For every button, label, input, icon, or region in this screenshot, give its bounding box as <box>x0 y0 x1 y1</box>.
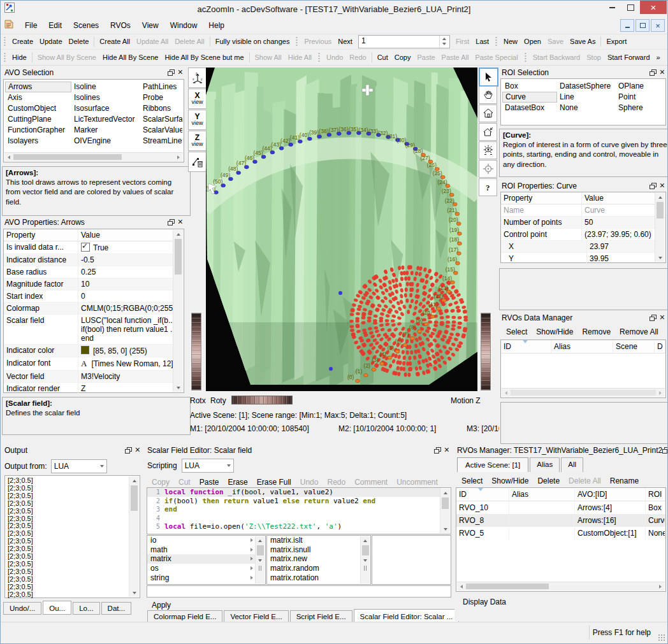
list-item-oivengine[interactable]: OIVEngine <box>71 136 140 147</box>
close-panel-icon[interactable] <box>660 69 665 76</box>
list-item-lictexturedvector[interactable]: LicTexturedVector <box>71 114 140 125</box>
splitter-handle[interactable] <box>259 564 261 572</box>
pan-tool-button[interactable] <box>479 86 497 104</box>
tab-script-field-e[interactable]: Script Field E... <box>290 610 352 623</box>
tab-undo[interactable]: Undo/... <box>3 602 41 615</box>
motion-z-label[interactable]: Motion Z <box>451 396 481 405</box>
code-line[interactable]: 3end <box>147 505 441 514</box>
list-item-scalarvalues[interactable]: ScalarValues <box>140 125 182 136</box>
expo-button[interactable]: Expo <box>663 326 667 338</box>
home-view-button[interactable] <box>479 104 497 122</box>
tab-ou[interactable]: Ou... <box>43 601 71 615</box>
show-hide-button[interactable]: Show/Hide <box>532 326 577 338</box>
library-item-matrix[interactable]: matrix <box>147 554 256 564</box>
tab-scalar-field-editor-scalar[interactable]: Scalar Field Editor: Scalar ... <box>354 609 460 623</box>
remove-button[interactable]: Remove <box>577 326 615 338</box>
set-home-view-button[interactable] <box>479 123 497 141</box>
code-line[interactable]: 2if(bool) then return value1 else return… <box>147 497 441 506</box>
y-view-button[interactable]: Y view <box>188 110 207 130</box>
roi-selection-title[interactable]: ROI Selection <box>499 66 667 78</box>
new-button[interactable]: New <box>500 36 521 47</box>
expression-input[interactable] <box>147 585 451 597</box>
viewer-help-button[interactable]: ? <box>479 178 497 196</box>
property-value[interactable]: M3!Velocity <box>78 371 174 383</box>
code-editor[interactable]: 1local function _if(bool, value1, value2… <box>147 487 451 534</box>
function-item-matrix-new[interactable]: matrix.new <box>267 554 361 564</box>
property-value[interactable]: 10 <box>78 278 174 290</box>
column-header-d[interactable]: D <box>655 340 665 353</box>
list-item-cuttingplane[interactable]: CuttingPlane <box>5 114 71 125</box>
output-vscrollbar[interactable] <box>129 476 139 597</box>
list-item-isosurface[interactable]: Isosurface <box>71 103 140 114</box>
value-column-header[interactable]: Value <box>582 192 656 204</box>
column-header-alias[interactable]: Alias <box>509 488 575 501</box>
code-line[interactable]: 1local function _if(bool, value1, value2… <box>147 488 441 497</box>
cut-button[interactable]: Cut <box>374 52 391 63</box>
float-panel-icon[interactable] <box>650 69 657 76</box>
select-button[interactable]: Select <box>457 475 487 487</box>
display-data-button[interactable]: Display Data <box>460 596 509 608</box>
list-item-isoline[interactable]: Isoline <box>71 82 140 92</box>
next-button[interactable]: Next <box>335 36 356 47</box>
property-value[interactable]: 0 <box>78 290 174 303</box>
avo-selection-hscrollbar[interactable] <box>4 152 183 161</box>
list-item-arrows[interactable]: Arrows <box>5 82 71 92</box>
view-all-button[interactable] <box>479 141 497 159</box>
menu-help[interactable]: Help <box>203 18 230 32</box>
float-panel-icon[interactable] <box>662 447 667 454</box>
list-item-line[interactable]: Line <box>557 92 616 103</box>
tab-dat[interactable]: Dat... <box>101 602 131 615</box>
show-hide-button[interactable]: Show/Hide <box>487 475 533 487</box>
close-icon[interactable] <box>640 1 667 14</box>
menu-window[interactable]: Window <box>164 18 203 32</box>
menu-edit[interactable]: Edit <box>43 18 68 32</box>
3d-viewport[interactable]: (51)(50)(49)(48)(47)(46)(45)(44)(43)(42)… <box>206 68 477 391</box>
scrollbar-thumb[interactable] <box>175 239 182 275</box>
x-view-button[interactable]: X view <box>188 89 207 109</box>
scrollbar-thumb[interactable] <box>257 545 264 555</box>
float-panel-icon[interactable] <box>434 447 441 454</box>
tab-lo[interactable]: Lo... <box>73 602 99 615</box>
minimize-icon[interactable] <box>603 1 621 14</box>
rvos-data-manager-title[interactable]: RVOs Data Manager <box>499 311 667 324</box>
table-row-rvo-5[interactable]: RVO_5CustomObject:[1]None <box>456 527 665 540</box>
avo-properties-vscrollbar[interactable] <box>173 230 183 392</box>
select-button[interactable]: Select <box>502 326 532 338</box>
property-value[interactable]: -0.5 <box>78 254 174 266</box>
float-panel-icon[interactable] <box>168 69 175 76</box>
rename-button[interactable]: Rename <box>606 475 643 487</box>
property-value[interactable]: LUSC("local function _if(b...if(bool) th… <box>78 315 174 345</box>
menu-view[interactable]: View <box>136 18 164 32</box>
rotation-slider[interactable] <box>231 396 293 404</box>
tab-active-scene-1[interactable]: Active Scene: [1] <box>457 457 528 472</box>
column-header-roi[interactable]: ROI <box>646 488 665 501</box>
column-header-alias[interactable]: Alias <box>551 340 613 353</box>
library-item-string[interactable]: string <box>147 573 256 582</box>
property-value[interactable]: (23.97; 39.95; 0.60) <box>582 229 656 241</box>
list-item-oplane[interactable]: OPlane <box>616 81 655 92</box>
list-item-datasetbox[interactable]: DatasetBox <box>502 103 557 113</box>
property-value[interactable]: 39.95 <box>587 253 656 265</box>
roty-label[interactable]: Roty <box>210 396 226 405</box>
list-item-axis[interactable]: Axis <box>5 92 71 103</box>
item-button[interactable]: » <box>653 52 664 63</box>
avo-properties-title[interactable]: AVO Properties: Arrows <box>2 216 185 228</box>
list-item-point[interactable]: Point <box>616 92 655 103</box>
list-item-functiongrapher[interactable]: FunctionGrapher <box>5 125 71 136</box>
roi-properties-vscrollbar[interactable] <box>655 193 665 262</box>
axes-orientation-button[interactable]: zxy <box>188 68 207 88</box>
menu-rvos[interactable]: RVOs <box>105 18 136 32</box>
tab-all[interactable]: All <box>561 457 583 472</box>
list-item-none[interactable]: None <box>557 103 616 113</box>
hide-all-by-scene-button[interactable]: Hide All By Scene <box>99 52 161 63</box>
close-panel-icon[interactable] <box>660 182 665 189</box>
output-source-select[interactable]: LUA <box>51 459 107 473</box>
tab-vector-field-e[interactable]: Vector Field E... <box>224 610 288 623</box>
list-item-ribbons[interactable]: Ribbons <box>140 103 182 114</box>
scrollbar-thumb[interactable] <box>442 497 449 509</box>
script-editor-title[interactable]: Scalar Field Editor: Scalar field <box>145 444 452 456</box>
property-value[interactable]: 50 <box>582 217 656 229</box>
title-bar[interactable]: acZoomIn - acDevSoftware - [TEST17_WithV… <box>1 1 667 17</box>
output-log-box[interactable]: [2;3;0.5][2;3;0.5][2;3;0.5][2;3;0.5][2;3… <box>4 475 140 598</box>
scrollbar-thumb[interactable] <box>362 545 369 555</box>
